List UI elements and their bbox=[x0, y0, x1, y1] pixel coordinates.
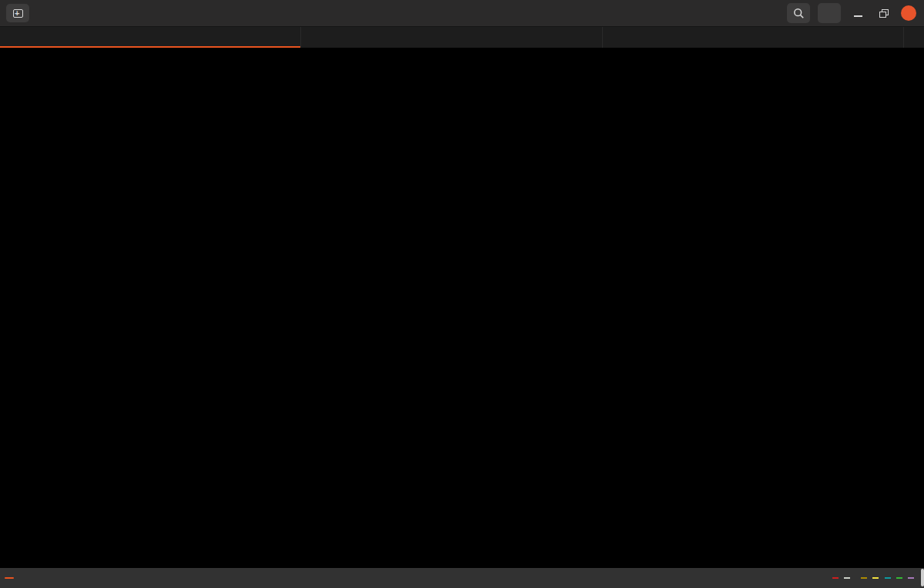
uptime-badge bbox=[844, 577, 850, 579]
memory-badge bbox=[896, 577, 902, 579]
tab-engineering-home[interactable] bbox=[603, 27, 904, 48]
cpu-freq-badge bbox=[885, 577, 891, 579]
col-header-system bbox=[413, 72, 454, 82]
tab-root-databank[interactable] bbox=[0, 27, 301, 48]
cpu-section bbox=[5, 72, 567, 82]
search-button[interactable] bbox=[787, 3, 810, 23]
cpu-header-row bbox=[5, 72, 567, 82]
maximize-button[interactable] bbox=[875, 9, 893, 18]
load-badge bbox=[872, 577, 879, 579]
containers-section bbox=[199, 179, 919, 200]
new-tab-button[interactable]: + bbox=[6, 4, 29, 22]
status-badges bbox=[827, 577, 919, 579]
new-tab-icon: + bbox=[13, 9, 23, 18]
tabbar bbox=[0, 26, 924, 48]
window-controls bbox=[787, 3, 924, 23]
search-icon bbox=[793, 8, 805, 19]
disk-badge bbox=[908, 577, 914, 579]
plus-glyph: + bbox=[15, 9, 19, 17]
restore-icon bbox=[879, 9, 889, 18]
terminal[interactable] bbox=[0, 48, 924, 568]
minimize-button[interactable] bbox=[849, 9, 867, 17]
spacer bbox=[199, 190, 919, 201]
tab-list-dropdown[interactable] bbox=[904, 27, 924, 48]
scrollbar-thumb[interactable] bbox=[921, 569, 924, 586]
col-header-idle bbox=[454, 72, 488, 82]
containers-title-line bbox=[199, 179, 919, 190]
menu-button[interactable] bbox=[818, 3, 841, 23]
minimize-icon bbox=[854, 15, 862, 17]
updates-badge bbox=[832, 577, 839, 579]
col-header-steal bbox=[527, 72, 564, 82]
byobu-statusbar bbox=[0, 568, 924, 588]
byobu-logo bbox=[5, 577, 14, 579]
close-button[interactable] bbox=[901, 5, 916, 21]
fan-badge bbox=[861, 577, 867, 579]
titlebar: + bbox=[0, 0, 924, 26]
cpu-freq-group bbox=[884, 577, 891, 579]
col-header-user bbox=[365, 72, 413, 82]
col-header-iowait bbox=[488, 72, 527, 82]
cpu-model bbox=[5, 72, 365, 82]
tab-engineering-test[interactable] bbox=[301, 27, 602, 48]
